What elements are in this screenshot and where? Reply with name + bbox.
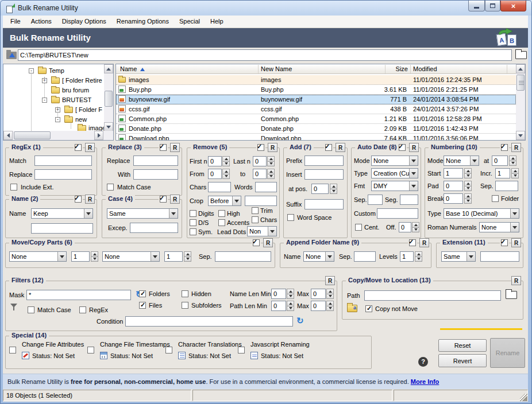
remove-first-n-input[interactable]	[208, 156, 222, 166]
extension-mode-dropdown[interactable]: Same	[441, 251, 476, 262]
scrollbar-thumb[interactable]	[516, 75, 525, 91]
move-copy-reset-button[interactable]: R	[263, 238, 273, 247]
menu-display-options[interactable]: Display Options	[57, 15, 111, 28]
append-folder-mode-dropdown[interactable]: None	[303, 251, 334, 262]
path-len-max-input[interactable]	[311, 301, 326, 311]
name-reset-button[interactable]: R	[85, 195, 95, 204]
file-attributes-icon[interactable]	[22, 352, 29, 359]
minimize-button[interactable]	[468, 1, 485, 11]
name-mode-dropdown[interactable]: Keep	[31, 208, 93, 219]
expand-toggle[interactable]: +	[42, 78, 47, 83]
auto-date-enabled-checkbox[interactable]	[399, 144, 406, 151]
lead-dots-dropdown[interactable]: Non	[247, 226, 277, 236]
path-len-max-spinner[interactable]	[326, 301, 334, 311]
double-space-checkbox[interactable]	[190, 219, 196, 226]
at-spinner[interactable]	[509, 156, 516, 166]
file-row-buy-php[interactable]: Buy.php Buy.php 3.61 KB 11/01/2016 2:21:…	[116, 85, 516, 95]
list-vertical-scrollbar[interactable]	[516, 64, 525, 140]
start-spinner[interactable]	[464, 168, 472, 178]
hidden-checkbox[interactable]	[182, 290, 188, 297]
collapse-toggle[interactable]: -	[42, 98, 47, 103]
date-format-dropdown[interactable]: DMY	[371, 181, 418, 191]
folder-tree[interactable]: - Temp + [ Folder Retire bru forum - BRU…	[3, 64, 114, 141]
chars-checkbox[interactable]	[252, 216, 259, 223]
resize-grip[interactable]	[520, 394, 527, 401]
digits-checkbox[interactable]	[190, 210, 196, 217]
name-fixed-input[interactable]	[31, 223, 93, 234]
scroll-left-button[interactable]	[3, 131, 13, 140]
regex-replace-input[interactable]	[34, 169, 92, 180]
include-ext-checkbox[interactable]	[10, 184, 17, 191]
scroll-right-button[interactable]	[94, 131, 103, 140]
scroll-down-button[interactable]	[516, 131, 525, 140]
file-row-buynownew-gif[interactable]: buynownew.gif buynownew.gif 771 B 24/01/…	[116, 95, 516, 104]
more-info-link[interactable]: More Info	[411, 378, 440, 385]
move-copy-enabled-checkbox[interactable]	[253, 239, 260, 246]
levels-input[interactable]	[400, 251, 414, 262]
append-folder-sep-input[interactable]	[354, 251, 376, 262]
browse-folder-icon[interactable]	[515, 51, 527, 59]
remove-to-input[interactable]	[253, 169, 267, 179]
insert-input[interactable]	[304, 169, 344, 180]
column-header-new-name[interactable]: New Name	[261, 64, 292, 74]
trim-checkbox[interactable]	[252, 207, 259, 214]
pad-spinner[interactable]	[464, 181, 472, 191]
case-reset-button[interactable]: R	[170, 195, 180, 204]
change-file-timestamps-checkbox[interactable]	[87, 347, 94, 354]
copy-move-path-input[interactable]	[364, 290, 501, 301]
count2-spinner[interactable]	[184, 251, 191, 262]
last-n-spinner[interactable]	[267, 156, 275, 166]
levels-spinner[interactable]	[415, 251, 422, 262]
extension-reset-button[interactable]: R	[511, 238, 521, 247]
mask-input[interactable]	[26, 290, 131, 300]
close-button[interactable]: ×	[500, 1, 526, 11]
revert-button[interactable]: Revert	[438, 354, 487, 367]
first-n-spinner[interactable]	[222, 156, 230, 166]
from-spinner[interactable]	[222, 169, 230, 179]
date-offset-input[interactable]	[399, 222, 411, 232]
case-mode-dropdown[interactable]: Same	[107, 208, 178, 219]
maximize-button[interactable]	[485, 1, 500, 11]
date-custom-input[interactable]	[377, 208, 418, 219]
date-seg-input[interactable]	[400, 195, 418, 205]
numbering-type-dropdown[interactable]: Base 10 (Decimal)	[444, 208, 519, 219]
numbering-pad-input[interactable]	[444, 181, 463, 191]
add-reset-button[interactable]: R	[336, 143, 345, 152]
regex-enabled-checkbox[interactable]	[75, 144, 82, 151]
extension-enabled-checkbox[interactable]	[501, 239, 508, 246]
folders-checkbox[interactable]	[139, 290, 146, 297]
word-space-checkbox[interactable]	[287, 214, 294, 221]
filter-match-case-checkbox[interactable]	[28, 306, 34, 313]
collapse-toggle[interactable]: -	[55, 117, 60, 122]
at-pos-spinner[interactable]	[330, 184, 337, 194]
files-checkbox[interactable]	[139, 302, 146, 309]
scrollbar-thumb[interactable]	[105, 91, 113, 107]
numbering-at-input[interactable]	[492, 156, 508, 166]
century-checkbox[interactable]	[355, 224, 362, 231]
case-enabled-checkbox[interactable]	[160, 196, 167, 203]
replace-reset-button[interactable]: R	[170, 143, 180, 152]
javascript-renaming-icon[interactable]	[250, 352, 258, 359]
reset-button[interactable]: Reset	[438, 339, 487, 352]
scroll-up-button[interactable]	[516, 64, 525, 73]
name-enabled-checkbox[interactable]	[75, 196, 82, 203]
file-row-common-php[interactable]: Common.php Common.php 1.21 KB 11/01/2016…	[116, 114, 516, 124]
extension-input[interactable]	[480, 251, 519, 262]
match-case-checkbox[interactable]	[107, 184, 114, 191]
copy-move-reset-button[interactable]: R	[511, 276, 521, 285]
remove-reset-button[interactable]: R	[268, 143, 277, 152]
remove-from-input[interactable]	[208, 169, 222, 179]
column-header-modified[interactable]: Modified	[413, 64, 437, 74]
change-file-attributes-checkbox[interactable]	[9, 347, 16, 354]
replace-input[interactable]	[133, 156, 178, 166]
suffix-input[interactable]	[304, 199, 344, 209]
accents-checkbox[interactable]	[218, 219, 225, 226]
scroll-up-button[interactable]	[104, 64, 113, 73]
column-header-size[interactable]: Size	[375, 64, 408, 73]
column-header-name[interactable]: Name	[120, 64, 137, 74]
copy-not-move-checkbox[interactable]	[365, 305, 372, 312]
character-translations-icon[interactable]	[178, 352, 186, 359]
parent-folder-icon[interactable]	[6, 52, 17, 59]
incr-spinner[interactable]	[511, 168, 519, 178]
folder-checkbox[interactable]	[492, 195, 499, 202]
